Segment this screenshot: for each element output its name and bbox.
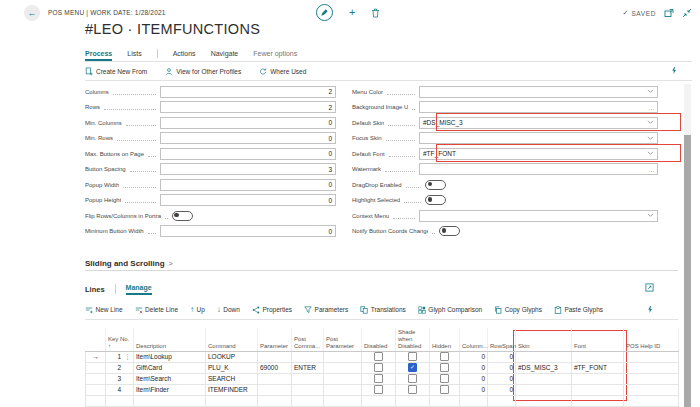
key-no-cell[interactable]: 2	[106, 362, 134, 373]
command-cell[interactable]: LOOKUP	[206, 351, 258, 362]
empty-cell[interactable]	[572, 395, 624, 406]
row-selector-cell[interactable]: →	[86, 351, 106, 362]
post-parameter-cell[interactable]	[324, 373, 362, 384]
description-cell[interactable]: Item\Search	[134, 373, 206, 384]
parameters-button[interactable]: Parameters	[304, 306, 348, 314]
up-button[interactable]: ↑ Up	[190, 306, 205, 314]
header-skin[interactable]: Skin	[516, 328, 572, 351]
font-cell[interactable]	[572, 384, 624, 395]
key-no-cell[interactable]: 3	[106, 373, 134, 384]
smart-actions-button[interactable]	[670, 66, 678, 75]
add-button[interactable]: +	[349, 7, 355, 18]
header-row-span[interactable]: RowSpan	[488, 328, 516, 351]
empty-cell[interactable]	[396, 395, 430, 406]
down-button[interactable]: ↓ Down	[217, 306, 240, 314]
hidden-checkbox[interactable]	[440, 374, 449, 383]
copy-glyphs-button[interactable]: Copy Glyphs	[494, 306, 542, 314]
skin-cell[interactable]: #DS_MISC_3	[516, 362, 572, 373]
row-selector-cell[interactable]	[86, 384, 106, 395]
skin-cell[interactable]	[516, 373, 572, 384]
description-cell[interactable]: Gift\Card	[134, 362, 206, 373]
default-skin-select[interactable]: #DS_MISC_3	[419, 117, 658, 129]
hidden-cell[interactable]	[430, 384, 460, 395]
disabled-checkbox[interactable]	[374, 374, 383, 383]
breadcrumb[interactable]: POS MENU | WORK DATE: 1/28/2021	[48, 9, 166, 16]
description-cell[interactable]: Item\Finder	[134, 384, 206, 395]
edit-button[interactable]	[316, 4, 333, 21]
disabled-cell[interactable]	[362, 362, 396, 373]
empty-cell[interactable]	[488, 395, 516, 406]
dragdrop-enabled-toggle[interactable]	[425, 180, 446, 190]
empty-cell[interactable]	[106, 395, 134, 406]
shade-checkbox[interactable]	[408, 385, 417, 394]
open-table-icon[interactable]	[645, 283, 654, 292]
header-hidden[interactable]: Hidden	[430, 328, 460, 351]
description-cell[interactable]: Item\Lookup	[134, 351, 206, 362]
disabled-cell[interactable]	[362, 384, 396, 395]
minimum-button-width-input[interactable]: 0	[160, 225, 336, 237]
row-span-cell[interactable]: 0	[488, 384, 516, 395]
fewer-options-button[interactable]: Fewer options	[253, 50, 297, 61]
hidden-cell[interactable]	[430, 373, 460, 384]
min-rows-input[interactable]: 0	[160, 132, 336, 144]
parameter-cell[interactable]	[258, 373, 292, 384]
empty-cell[interactable]	[324, 395, 362, 406]
pos-help-id-cell[interactable]	[624, 351, 679, 362]
background-image-uri-input[interactable]: ...	[419, 101, 658, 113]
command-cell[interactable]: ITEMFINDER	[206, 384, 258, 395]
glyph-comparison-button[interactable]: Glyph Comparison	[418, 306, 482, 314]
focus-skin-select[interactable]	[419, 132, 658, 144]
rows-input[interactable]: 2	[160, 101, 336, 113]
header-parameter[interactable]: Parameter	[258, 328, 292, 351]
disabled-checkbox[interactable]	[374, 363, 383, 372]
pos-help-id-cell[interactable]	[624, 384, 679, 395]
disabled-checkbox[interactable]	[374, 352, 383, 361]
empty-cell[interactable]	[86, 395, 106, 406]
header-post-command[interactable]: Post Comma...	[292, 328, 324, 351]
header-description[interactable]: Description	[134, 328, 206, 351]
watermark-input[interactable]: ...	[419, 163, 658, 175]
delete-line-button[interactable]: Delete Line	[135, 306, 178, 314]
header-pos-help-id[interactable]: POS Help ID	[624, 328, 679, 351]
popup-width-input[interactable]: 0	[160, 179, 336, 191]
header-font[interactable]: Font	[572, 328, 624, 351]
header-post-parameter[interactable]: Post Parameter	[324, 328, 362, 351]
disabled-cell[interactable]	[362, 351, 396, 362]
font-cell[interactable]: #TF_FONT	[572, 362, 624, 373]
collapse-icon[interactable]	[682, 8, 692, 18]
empty-cell[interactable]	[430, 395, 460, 406]
shade-cell[interactable]	[396, 373, 430, 384]
min-columns-input[interactable]: 0	[160, 117, 336, 129]
parameter-cell[interactable]	[258, 351, 292, 362]
default-font-select[interactable]: #TF_FONT	[419, 148, 658, 160]
hidden-checkbox[interactable]	[440, 352, 449, 361]
column-span-cell[interactable]: 0	[460, 351, 488, 362]
shade-cell[interactable]	[396, 362, 430, 373]
row-span-cell[interactable]: 0	[488, 373, 516, 384]
delete-button[interactable]	[371, 8, 380, 18]
pos-help-id-cell[interactable]	[624, 362, 679, 373]
disabled-checkbox[interactable]	[374, 385, 383, 394]
empty-cell[interactable]	[516, 395, 572, 406]
tab-manage[interactable]: Manage	[126, 284, 152, 295]
command-cell[interactable]: PLU_K	[206, 362, 258, 373]
translations-button[interactable]: Translations	[360, 306, 406, 314]
back-button[interactable]: ←	[24, 5, 40, 21]
popout-icon[interactable]	[664, 8, 674, 18]
table-row-empty[interactable]	[86, 395, 679, 406]
empty-cell[interactable]	[624, 395, 679, 406]
row-menu-icon[interactable]: ⋮	[124, 352, 131, 362]
paste-glyphs-button[interactable]: Paste Glyphs	[554, 306, 603, 314]
shade-checkbox[interactable]	[408, 374, 417, 383]
shade-cell[interactable]	[396, 351, 430, 362]
row-span-cell[interactable]: 0	[488, 351, 516, 362]
post-command-cell[interactable]	[292, 351, 324, 362]
empty-cell[interactable]	[134, 395, 206, 406]
hidden-cell[interactable]	[430, 351, 460, 362]
shade-cell[interactable]	[396, 384, 430, 395]
key-no-cell[interactable]: 4	[106, 384, 134, 395]
hidden-cell[interactable]	[430, 362, 460, 373]
pos-help-id-cell[interactable]	[624, 373, 679, 384]
flip-rows-columns-toggle[interactable]	[172, 211, 193, 221]
where-used-button[interactable]: Where Used	[259, 67, 306, 76]
